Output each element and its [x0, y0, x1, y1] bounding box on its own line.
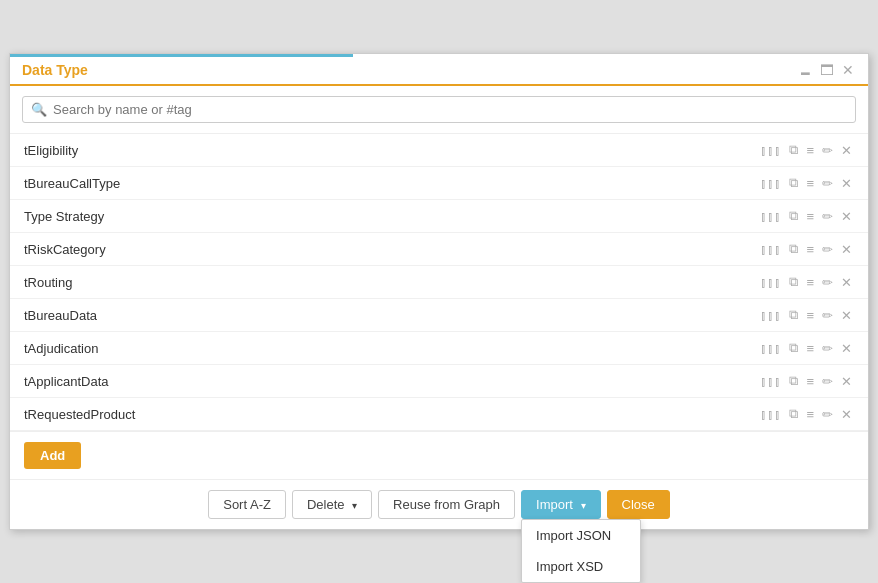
list-icon[interactable]: ≡	[804, 176, 816, 191]
close-window-icon[interactable]: ✕	[840, 62, 856, 78]
row-name: tEligibility	[24, 143, 78, 158]
import-xsd-item[interactable]: Import XSD	[522, 551, 640, 582]
delete-caret-icon: ▾	[352, 500, 357, 511]
row-actions: ⫿⫿⫿⧉≡✏✕	[758, 373, 854, 389]
bars-icon[interactable]: ⫿⫿⫿	[758, 308, 783, 323]
edit-icon[interactable]: ✏	[820, 209, 835, 224]
row-name: tApplicantData	[24, 374, 109, 389]
copy-icon[interactable]: ⧉	[787, 340, 800, 356]
copy-icon[interactable]: ⧉	[787, 241, 800, 257]
list-row: tBureauCallType⫿⫿⫿⧉≡✏✕	[10, 167, 868, 200]
delete-row-icon[interactable]: ✕	[839, 308, 854, 323]
import-caret-icon: ▾	[581, 500, 586, 511]
import-button-wrap: Import ▾ Import JSON Import XSD	[521, 490, 600, 519]
list-icon[interactable]: ≡	[804, 209, 816, 224]
row-name: tRiskCategory	[24, 242, 106, 257]
list-icon[interactable]: ≡	[804, 242, 816, 257]
copy-icon[interactable]: ⧉	[787, 274, 800, 290]
bars-icon[interactable]: ⫿⫿⫿	[758, 275, 783, 290]
import-button[interactable]: Import ▾	[521, 490, 600, 519]
sort-az-button[interactable]: Sort A-Z	[208, 490, 286, 519]
delete-row-icon[interactable]: ✕	[839, 374, 854, 389]
copy-icon[interactable]: ⧉	[787, 208, 800, 224]
search-bar: 🔍	[10, 86, 868, 134]
copy-icon[interactable]: ⧉	[787, 406, 800, 422]
list-row: tBureauData⫿⫿⫿⧉≡✏✕	[10, 299, 868, 332]
edit-icon[interactable]: ✏	[820, 176, 835, 191]
delete-row-icon[interactable]: ✕	[839, 341, 854, 356]
dialog-title-bar: Data Type 🗕 🗖 ✕	[10, 54, 868, 86]
row-actions: ⫿⫿⫿⧉≡✏✕	[758, 307, 854, 323]
list-row: tRequestedProduct⫿⫿⫿⧉≡✏✕	[10, 398, 868, 431]
edit-icon[interactable]: ✏	[820, 407, 835, 422]
row-actions: ⫿⫿⫿⧉≡✏✕	[758, 208, 854, 224]
row-name: tRequestedProduct	[24, 407, 135, 422]
list-row: tApplicantData⫿⫿⫿⧉≡✏✕	[10, 365, 868, 398]
copy-icon[interactable]: ⧉	[787, 373, 800, 389]
list-row: tEligibility⫿⫿⫿⧉≡✏✕	[10, 134, 868, 167]
row-actions: ⫿⫿⫿⧉≡✏✕	[758, 274, 854, 290]
list-row: Type Strategy⫿⫿⫿⧉≡✏✕	[10, 200, 868, 233]
dialog-footer: Sort A-Z Delete ▾ Reuse from Graph Impor…	[10, 479, 868, 529]
edit-icon[interactable]: ✏	[820, 275, 835, 290]
bars-icon[interactable]: ⫿⫿⫿	[758, 176, 783, 191]
minimize-icon[interactable]: 🗕	[796, 62, 814, 78]
row-actions: ⫿⫿⫿⧉≡✏✕	[758, 142, 854, 158]
list-row: tRouting⫿⫿⫿⧉≡✏✕	[10, 266, 868, 299]
title-controls: 🗕 🗖 ✕	[796, 62, 856, 78]
data-type-dialog: Data Type 🗕 🗖 ✕ 🔍 tEligibility⫿⫿⫿⧉≡✏✕tBu…	[9, 53, 869, 530]
bars-icon[interactable]: ⫿⫿⫿	[758, 407, 783, 422]
row-actions: ⫿⫿⫿⧉≡✏✕	[758, 175, 854, 191]
list-icon[interactable]: ≡	[804, 275, 816, 290]
delete-row-icon[interactable]: ✕	[839, 143, 854, 158]
dialog-title: Data Type	[22, 62, 88, 78]
list-icon[interactable]: ≡	[804, 341, 816, 356]
delete-row-icon[interactable]: ✕	[839, 176, 854, 191]
delete-row-icon[interactable]: ✕	[839, 209, 854, 224]
row-name: tBureauData	[24, 308, 97, 323]
delete-row-icon[interactable]: ✕	[839, 242, 854, 257]
list-icon[interactable]: ≡	[804, 308, 816, 323]
bars-icon[interactable]: ⫿⫿⫿	[758, 341, 783, 356]
progress-bar	[10, 54, 353, 57]
copy-icon[interactable]: ⧉	[787, 307, 800, 323]
copy-icon[interactable]: ⧉	[787, 142, 800, 158]
row-name: tRouting	[24, 275, 72, 290]
add-area: Add	[10, 431, 868, 479]
import-json-item[interactable]: Import JSON	[522, 520, 640, 551]
search-input[interactable]	[53, 102, 847, 117]
search-icon: 🔍	[31, 102, 47, 117]
delete-row-icon[interactable]: ✕	[839, 407, 854, 422]
list-row: tAdjudication⫿⫿⫿⧉≡✏✕	[10, 332, 868, 365]
import-label: Import	[536, 497, 573, 512]
list-icon[interactable]: ≡	[804, 407, 816, 422]
edit-icon[interactable]: ✏	[820, 242, 835, 257]
import-dropdown: Import JSON Import XSD	[521, 519, 641, 583]
row-actions: ⫿⫿⫿⧉≡✏✕	[758, 406, 854, 422]
row-name: tBureauCallType	[24, 176, 120, 191]
list-icon[interactable]: ≡	[804, 374, 816, 389]
edit-icon[interactable]: ✏	[820, 374, 835, 389]
list-area: tEligibility⫿⫿⫿⧉≡✏✕tBureauCallType⫿⫿⫿⧉≡✏…	[10, 134, 868, 431]
copy-icon[interactable]: ⧉	[787, 175, 800, 191]
delete-label: Delete	[307, 497, 345, 512]
add-button[interactable]: Add	[24, 442, 81, 469]
maximize-icon[interactable]: 🗖	[818, 62, 836, 78]
bars-icon[interactable]: ⫿⫿⫿	[758, 374, 783, 389]
delete-button[interactable]: Delete ▾	[292, 490, 372, 519]
reuse-from-graph-button[interactable]: Reuse from Graph	[378, 490, 515, 519]
row-actions: ⫿⫿⫿⧉≡✏✕	[758, 241, 854, 257]
row-name: Type Strategy	[24, 209, 104, 224]
list-icon[interactable]: ≡	[804, 143, 816, 158]
delete-row-icon[interactable]: ✕	[839, 275, 854, 290]
search-input-wrap: 🔍	[22, 96, 856, 123]
edit-icon[interactable]: ✏	[820, 143, 835, 158]
bars-icon[interactable]: ⫿⫿⫿	[758, 209, 783, 224]
bars-icon[interactable]: ⫿⫿⫿	[758, 143, 783, 158]
edit-icon[interactable]: ✏	[820, 308, 835, 323]
row-name: tAdjudication	[24, 341, 98, 356]
edit-icon[interactable]: ✏	[820, 341, 835, 356]
row-actions: ⫿⫿⫿⧉≡✏✕	[758, 340, 854, 356]
close-button[interactable]: Close	[607, 490, 670, 519]
bars-icon[interactable]: ⫿⫿⫿	[758, 242, 783, 257]
